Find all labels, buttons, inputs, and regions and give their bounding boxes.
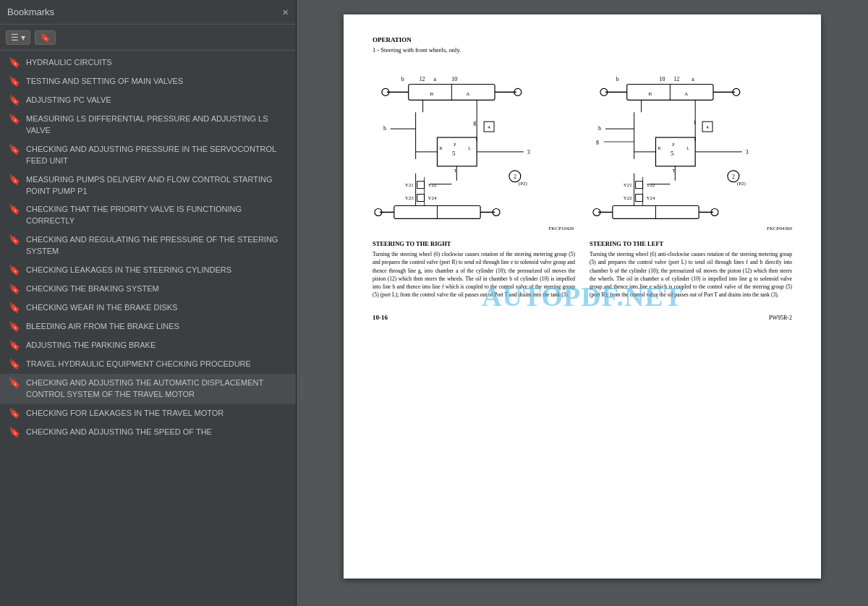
diagrams-row: b 12 a 10 [373,65,792,231]
svg-text:(P2): (P2) [736,181,745,187]
svg-text:g: g [596,138,599,145]
left-diagram-svg: b 12 a 10 [373,65,574,224]
svg-rect-27 [417,195,425,202]
svg-text:Y22: Y22 [428,182,437,188]
bookmark-item-checking-leakages-travel-motor[interactable]: 🔖CHECKING FOR LEAKAGES IN THE TRAVEL MOT… [0,404,296,423]
bookmark-icon: 🔖 [9,322,20,331]
svg-text:5: 5 [671,150,674,157]
right-diagram-caption: FKCP04360 [591,226,792,231]
svg-text:L: L [686,146,689,150]
page-number: 10-16 [373,314,388,321]
right-diagram-svg: b 10 12 a 5 [591,65,792,224]
bookmark-item-checking-adjusting-pressure-servo[interactable]: 🔖CHECKING AND ADJUSTING PRESSURE IN THE … [0,140,296,171]
steering-sections: STEERING TO THE RIGHT Turning the steeri… [373,240,792,299]
svg-text:h: h [598,125,601,132]
svg-text:5: 5 [452,150,456,157]
svg-rect-24 [417,182,425,189]
svg-text:b: b [616,77,618,83]
svg-text:L: L [468,146,471,150]
bookmark-label: CHECKING AND REGULATING THE PRESSURE OF … [26,234,290,257]
svg-text:4: 4 [706,124,709,130]
svg-text:B: B [648,91,652,97]
toolbar-menu-button[interactable]: ☰ ▾ [6,30,30,45]
bookmark-label: ADJUSTING THE PARKING BRAKE [26,340,290,351]
svg-text:12: 12 [420,77,425,83]
bookmark-icon: 🔖 [9,409,20,418]
pdf-viewer[interactable]: AUTOPDF.NET OPERATION 1 - Steering with … [297,0,868,606]
steering-right-col: STEERING TO THE RIGHT Turning the steeri… [373,240,575,299]
bookmark-item-checking-regulating-pressure[interactable]: 🔖CHECKING AND REGULATING THE PRESSURE OF… [0,231,296,261]
sidebar-toolbar: ☰ ▾ 🔖 [0,25,296,51]
bookmark-item-checking-braking-system[interactable]: 🔖CHECKING THE BRAKING SYSTEM [0,280,296,299]
bookmark-item-travel-hydraulic-equipment[interactable]: 🔖TRAVEL HYDRAULIC EQUIPMENT CHECKING PRO… [0,355,296,374]
bookmark-item-checking-priority-valve[interactable]: 🔖CHECKING THAT THE PRIORITY VALVE IS FUN… [0,200,296,231]
bookmark-icon: 🔖 [9,303,20,312]
bookmark-icon: 🔖 [9,145,20,154]
bookmark-icon: 🔖 [9,205,20,214]
svg-text:3: 3 [745,149,748,155]
svg-rect-62 [655,137,695,166]
bookmark-item-checking-adjusting-speed[interactable]: 🔖CHECKING AND ADJUSTING THE SPEED OF THE [0,423,296,442]
steering-right-text: Turning the steering wheel (6) clockwise… [373,250,575,299]
operation-subtitle: 1 - Steering with front wheels, only. [373,46,792,54]
bookmark-item-measuring-ls-differential[interactable]: 🔖MEASURING LS DIFFERENTIAL PRESSURE AND … [0,110,296,140]
svg-text:Y22: Y22 [623,195,631,201]
bookmark-label: CHECKING LEAKAGES IN THE STEERING CYLIND… [26,265,290,276]
bookmark-icon: 🔖 [9,235,20,244]
svg-text:Y23: Y23 [405,195,414,201]
bookmark-item-checking-adjusting-displacement[interactable]: 🔖CHECKING AND ADJUSTING THE AUTOMATIC DI… [0,374,296,404]
svg-text:12: 12 [673,77,679,83]
sidebar-close-button[interactable]: × [282,7,289,17]
bookmark-item-hydraulic-circuits[interactable]: 🔖HYDRAULIC CIRCUITS [0,54,296,72]
bookmark-item-testing-main-valves[interactable]: 🔖TESTING AND SETTING OF MAIN VALVES [0,72,296,91]
steering-right-heading: STEERING TO THE RIGHT [373,240,575,247]
bookmark-label: CHECKING AND ADJUSTING PRESSURE IN THE S… [26,144,290,167]
bookmark-item-adjusting-parking-brake[interactable]: 🔖ADJUSTING THE PARKING BRAKE [0,336,296,355]
bookmark-icon: 🔖 [9,114,20,124]
svg-rect-12 [437,137,477,166]
svg-text:A: A [466,91,469,97]
sidebar-title: Bookmarks [7,7,54,17]
bookmark-icon: 🔖 [9,341,20,350]
bookmark-label: CHECKING FOR LEAKAGES IN THE TRAVEL MOTO… [26,408,290,419]
bookmark-icon: 🔖 [9,58,20,67]
bookmarks-list: 🔖HYDRAULIC CIRCUITS🔖TESTING AND SETTING … [0,51,296,606]
svg-text:4: 4 [488,124,490,130]
bookmark-icon: 🔖 [9,77,20,86]
svg-text:Y24: Y24 [646,195,655,201]
svg-text:P: P [672,142,675,147]
bookmark-item-checking-leakages-cylinders[interactable]: 🔖CHECKING LEAKAGES IN THE STEERING CYLIN… [0,261,296,280]
operation-title: OPERATION [373,36,792,43]
toolbar-bookmark-button[interactable]: 🔖 [35,30,56,45]
svg-rect-79 [635,195,642,202]
bookmark-label: CHECKING THE BRAKING SYSTEM [26,283,290,295]
bookmark-icon: 🔖 [9,378,20,388]
page-footer: 10-16 PW95R-2 [373,314,792,321]
svg-text:g: g [473,119,476,126]
bookmark-label: MEASURING PUMPS DELIVERY AND FLOW CONTRO… [26,174,290,197]
svg-text:Y21: Y21 [405,182,414,188]
svg-text:10: 10 [659,77,665,83]
bookmark-label: HYDRAULIC CIRCUITS [26,57,290,69]
left-diagram-caption: FKCP10420 [373,226,574,231]
sidebar-panel: Bookmarks × ☰ ▾ 🔖 🔖HYDRAULIC CIRCUITS🔖TE… [0,0,297,606]
svg-text:a: a [434,77,437,83]
svg-text:3: 3 [527,149,530,155]
bookmark-label: MEASURING LS DIFFERENTIAL PRESSURE AND A… [26,114,290,137]
svg-text:a: a [692,77,694,83]
svg-text:R: R [658,146,660,150]
bookmark-label: TESTING AND SETTING OF MAIN VALVES [26,76,290,88]
left-diagram: b 12 a 10 [373,65,574,231]
steering-left-col: STEERING TO THE LEFT Turning the steerin… [590,240,792,299]
bookmark-item-checking-wear-brake-disks[interactable]: 🔖CHECKING WEAR IN THE BRAKE DISKS [0,299,296,317]
svg-text:b: b [401,77,404,83]
bookmark-item-bleeding-air-brake-lines[interactable]: 🔖BLEEDING AIR FROM THE BRAKE LINES [0,317,296,336]
svg-text:Y24: Y24 [428,195,437,201]
bookmark-label: CHECKING AND ADJUSTING THE AUTOMATIC DIS… [26,377,290,401]
svg-text:h: h [383,125,386,132]
svg-text:2: 2 [514,174,516,180]
bookmark-item-adjusting-pc-valve[interactable]: 🔖ADJUSTING PC VALVE [0,91,296,110]
bookmark-icon: 🔖 [9,175,20,184]
bookmark-icon: 🔖 [9,265,20,275]
bookmark-item-measuring-pumps-delivery[interactable]: 🔖MEASURING PUMPS DELIVERY AND FLOW CONTR… [0,171,296,201]
